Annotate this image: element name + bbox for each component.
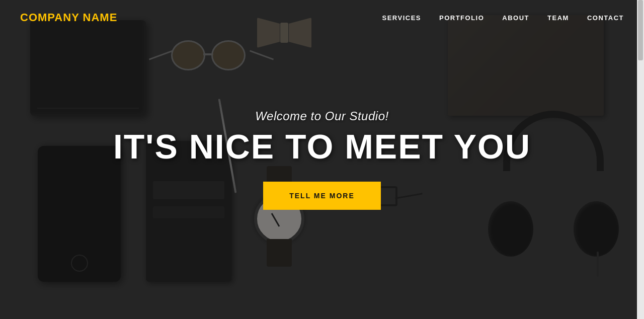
hero-cta-button[interactable]: TELL ME MORE (263, 182, 381, 210)
scrollbar-thumb[interactable] (638, 0, 643, 60)
nav-link-services[interactable]: SERVICES (382, 14, 421, 22)
hero-content: Welcome to Our Studio! IT'S NICE TO MEET… (113, 109, 531, 210)
nav-item-services[interactable]: SERVICES (382, 13, 421, 22)
hero-headline: IT'S NICE TO MEET YOU (113, 129, 531, 164)
scrollbar[interactable] (637, 0, 644, 319)
nav-item-team[interactable]: TEAM (547, 13, 569, 22)
nav-link-about[interactable]: ABOUT (502, 14, 529, 22)
nav-link-contact[interactable]: CONTACT (587, 14, 624, 22)
nav-links: SERVICES PORTFOLIO ABOUT TEAM CONTACT (382, 13, 624, 22)
nav-item-portfolio[interactable]: PORTFOLIO (439, 13, 484, 22)
nav-item-about[interactable]: ABOUT (502, 13, 529, 22)
nav-link-portfolio[interactable]: PORTFOLIO (439, 14, 484, 22)
nav-item-contact[interactable]: CONTACT (587, 13, 624, 22)
hero-section: COMPANY NAME SERVICES PORTFOLIO ABOUT TE… (0, 0, 644, 319)
nav-link-team[interactable]: TEAM (547, 14, 569, 22)
company-logo[interactable]: COMPANY NAME (20, 11, 117, 24)
main-nav: COMPANY NAME SERVICES PORTFOLIO ABOUT TE… (0, 0, 644, 35)
hero-subtitle: Welcome to Our Studio! (113, 109, 531, 123)
